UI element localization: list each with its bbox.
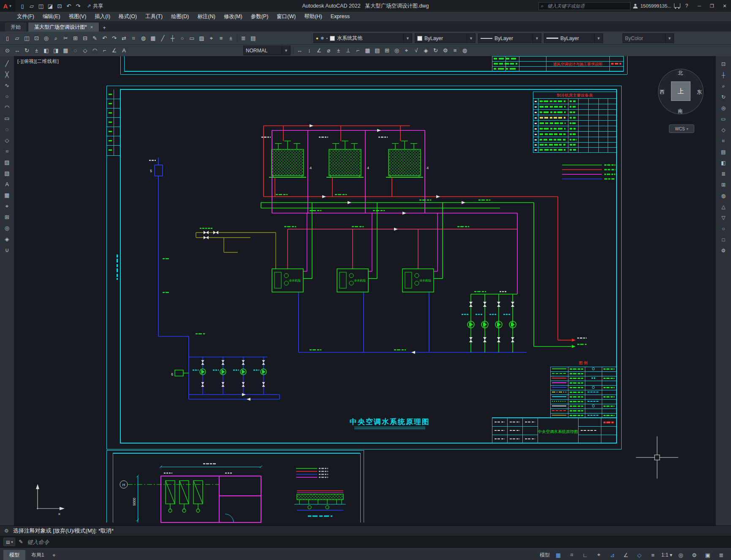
pan-icon[interactable]: ⇄: [119, 34, 129, 43]
explode-icon[interactable]: ◇: [80, 46, 90, 55]
save-as-icon[interactable]: ◪: [46, 1, 55, 11]
save-icon[interactable]: ◫: [22, 34, 32, 43]
search-input[interactable]: [538, 2, 630, 10]
menu-item[interactable]: 修改(M): [220, 12, 247, 21]
plotstyle-dropdown[interactable]: ByColor ▼: [622, 33, 674, 43]
layer-walk-icon[interactable]: ▦: [148, 34, 158, 43]
pan-icon[interactable]: ┼: [718, 70, 729, 80]
lineweight-dropdown[interactable]: ByLayer ▼: [544, 33, 603, 43]
help-button[interactable]: ?: [683, 3, 690, 9]
list-icon[interactable]: ≡: [450, 46, 460, 55]
account-icon[interactable]: [633, 4, 638, 8]
object-snap-icon[interactable]: ◇: [633, 550, 646, 560]
redo-icon[interactable]: ↷: [109, 34, 119, 43]
linetype-dropdown[interactable]: ByLayer ▼: [478, 33, 541, 43]
dim-tolerance-icon[interactable]: ±: [334, 46, 343, 55]
paste-icon[interactable]: ⊟: [80, 34, 90, 43]
point-tool-icon[interactable]: ⌖: [2, 201, 12, 211]
circle-tool-icon[interactable]: ○: [718, 224, 729, 233]
close-button[interactable]: ✕: [718, 0, 731, 12]
menu-item[interactable]: 视图(V): [65, 12, 91, 21]
scale-icon[interactable]: ∠: [109, 46, 119, 55]
polygon-tool-icon[interactable]: ◇: [2, 135, 12, 145]
zoom-extents-icon[interactable]: ◍: [139, 34, 148, 43]
polyline-icon[interactable]: ┼: [168, 34, 177, 43]
palettes-icon[interactable]: ▤: [718, 147, 729, 157]
close-tab-icon[interactable]: ×: [90, 24, 93, 30]
snap-icon[interactable]: ⌗: [565, 550, 578, 560]
render-icon[interactable]: ◍: [460, 46, 470, 55]
dim-perpendicular-icon[interactable]: ⊥: [343, 46, 353, 55]
preview-icon[interactable]: ◎: [41, 34, 51, 43]
cut-icon[interactable]: ✂: [61, 34, 71, 43]
find-icon[interactable]: ⌕: [51, 34, 61, 43]
menu-item[interactable]: 插入(I): [90, 12, 114, 21]
lineweight-display-icon[interactable]: ≡: [647, 550, 659, 560]
settings-icon[interactable]: ⚙: [718, 246, 729, 255]
color-dropdown[interactable]: ByLayer ▼: [415, 33, 476, 43]
grid-icon[interactable]: ▦: [552, 550, 565, 560]
quick-calc-icon[interactable]: √: [411, 46, 421, 55]
plot-icon[interactable]: ⊡: [55, 1, 64, 11]
update-icon[interactable]: ↻: [431, 46, 440, 55]
array-icon[interactable]: ▦: [61, 46, 71, 55]
donut-tool-icon[interactable]: ◎: [2, 223, 12, 233]
menu-item[interactable]: 编辑(E): [38, 12, 65, 21]
measure-icon[interactable]: ◇: [718, 125, 729, 135]
viewport-controls[interactable]: [-][俯视][二维线框]: [17, 58, 59, 65]
menu-item[interactable]: 帮助(H): [300, 12, 326, 21]
rectangle-tool-icon[interactable]: ▭: [2, 114, 12, 123]
zoom-icon[interactable]: ⌕: [718, 81, 729, 91]
center-mark-icon[interactable]: ◎: [392, 46, 402, 55]
restore-button[interactable]: ❐: [706, 0, 718, 12]
autocad-logo[interactable]: A▼: [0, 0, 15, 12]
ellipse-tool-icon[interactable]: ◌: [2, 124, 12, 134]
new-layout-button[interactable]: +: [50, 552, 58, 558]
wcs-button[interactable]: WCS ▾: [669, 124, 694, 133]
customize-icon[interactable]: ≣: [715, 550, 728, 560]
offset-icon[interactable]: ◨: [51, 46, 61, 55]
measure-icon[interactable]: ⌖: [207, 34, 216, 43]
block-insert-icon[interactable]: ⊞: [2, 212, 12, 222]
region-icon[interactable]: ◈: [421, 46, 431, 55]
compass-east[interactable]: 东: [697, 89, 702, 96]
copy-icon[interactable]: ⊞: [71, 34, 80, 43]
properties-icon[interactable]: ◧: [718, 158, 729, 168]
menu-item[interactable]: 参数(P): [247, 12, 273, 21]
new-tab-button[interactable]: +: [100, 23, 109, 32]
menu-item[interactable]: 文件(F): [13, 12, 38, 21]
text-tool-icon[interactable]: A: [2, 179, 12, 189]
cart-icon[interactable]: [674, 3, 680, 8]
dim-vertical-icon[interactable]: ↕: [304, 46, 314, 55]
region-tool-icon[interactable]: ◈: [2, 234, 12, 244]
square-tool-icon[interactable]: □: [718, 235, 729, 244]
settings-icon[interactable]: ⚙: [440, 46, 450, 55]
text-style-dropdown[interactable]: NORMAL ▼: [243, 46, 291, 55]
gradient-tool-icon[interactable]: ▧: [2, 168, 12, 178]
spline-tool-icon[interactable]: ≈: [2, 146, 12, 156]
circle-icon[interactable]: ○: [177, 34, 187, 43]
ortho-icon[interactable]: ⊿: [606, 550, 619, 560]
compass-top-face[interactable]: 上: [671, 81, 690, 101]
polar-tracking-icon[interactable]: ∠: [620, 550, 632, 560]
menu-item[interactable]: 工具(T): [141, 12, 167, 21]
isolate-objects-icon[interactable]: ◎: [674, 550, 687, 560]
annotation-scale-button[interactable]: 1:1 ▾: [660, 550, 674, 560]
hatch-icon[interactable]: ▨: [197, 34, 207, 43]
revision-cloud-icon[interactable]: ∪: [2, 245, 12, 255]
table-tool-icon[interactable]: ▦: [2, 190, 12, 200]
layer-dropdown[interactable]: ● ❄ ▪ 水系统其他 ▼: [313, 33, 412, 43]
tab-start[interactable]: 开始: [4, 22, 27, 32]
block-icon[interactable]: ⊞: [382, 46, 392, 55]
properties-icon[interactable]: ≡: [216, 34, 226, 43]
layout1-tab[interactable]: 布局1: [25, 550, 50, 560]
object-snap-icon[interactable]: ⌗: [718, 136, 729, 146]
compass-west[interactable]: 西: [660, 89, 665, 96]
tab-drawing[interactable]: 某大型广场空调设计图* ×: [28, 22, 99, 32]
undo-icon[interactable]: ↶: [64, 1, 73, 11]
clean-screen-icon[interactable]: ▣: [701, 550, 714, 560]
erase-icon[interactable]: ◌: [71, 46, 80, 55]
workspace-icon[interactable]: ⊙: [3, 46, 12, 55]
view-compass[interactable]: 北 南 西 东 上: [658, 69, 704, 116]
undo-icon[interactable]: ↶: [100, 34, 109, 43]
